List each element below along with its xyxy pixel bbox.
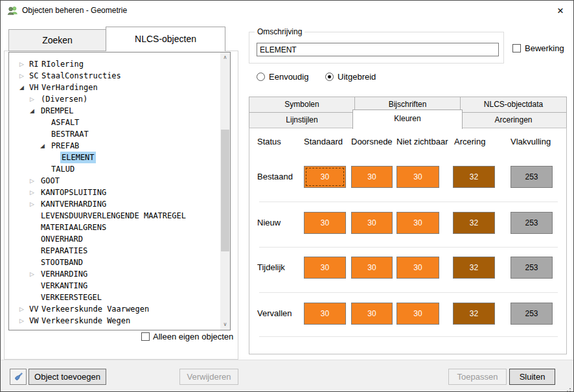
verwijderen-button[interactable]: Verwijderen xyxy=(179,369,238,385)
alleen-eigen-objecten-checkbox[interactable] xyxy=(141,332,150,341)
chevron-right-icon[interactable]: ▷ xyxy=(30,175,40,187)
color-row-bestaand: Bestaand 30 30 30 32 253 xyxy=(249,166,566,188)
tab-nlcs-objectdata[interactable]: NLCS-objectdata xyxy=(460,97,567,113)
chevron-right-icon[interactable]: ▷ xyxy=(19,303,29,315)
scroll-down-icon[interactable]: ∨ xyxy=(220,319,230,330)
color-button[interactable]: 32 xyxy=(453,166,495,188)
tab-lijnstijlen[interactable]: Lijnstijlen xyxy=(249,112,355,128)
tree-item[interactable]: ▷(Diversen) xyxy=(9,93,221,105)
chevron-right-icon[interactable]: ▷ xyxy=(30,198,40,210)
color-button[interactable]: 32 xyxy=(453,257,495,279)
tree-item[interactable]: VERKANTING xyxy=(9,280,221,292)
color-button[interactable]: 30 xyxy=(304,166,346,188)
color-button[interactable]: 253 xyxy=(511,212,553,234)
tree-item[interactable]: ◢VHVerHardingen xyxy=(9,82,221,93)
tree-item[interactable]: ONVERHARD xyxy=(9,233,221,245)
tree-item-selected[interactable]: ELEMENT xyxy=(9,152,221,163)
title-bar: Objecten beheren - Geometrie × xyxy=(1,1,573,21)
tree-item[interactable]: VERKEERSTEGEL xyxy=(9,292,221,303)
chevron-right-icon[interactable]: ▷ xyxy=(30,93,40,105)
toepassen-button[interactable]: Toepassen xyxy=(448,369,507,385)
uitgebreid-radio[interactable] xyxy=(325,73,334,81)
tree-item[interactable]: ◢PREFAB xyxy=(9,140,221,152)
tree-item[interactable]: ◢DREMPEL xyxy=(9,105,221,117)
column-header-standaard: Standaard xyxy=(304,137,343,146)
color-button[interactable]: 253 xyxy=(511,166,553,188)
sluiten-button[interactable]: Sluiten xyxy=(509,369,555,385)
color-button[interactable]: 30 xyxy=(304,212,346,234)
row-label: Vervallen xyxy=(257,303,292,325)
nlcs-object-tree: ▷RIRIolering ▷SCStaalConstructies ◢VHVer… xyxy=(8,52,231,330)
object-toevoegen-button[interactable]: Object toevoegen xyxy=(29,369,106,385)
color-button[interactable]: 30 xyxy=(396,212,439,234)
tab-arceringen[interactable]: Arceringen xyxy=(460,112,567,128)
column-header-arcering: Arcering xyxy=(454,137,485,146)
color-button[interactable]: 32 xyxy=(453,212,495,234)
chevron-expanded-icon[interactable]: ◢ xyxy=(19,82,29,93)
row-label: Nieuw xyxy=(257,212,281,234)
omschrijving-input[interactable] xyxy=(257,43,499,56)
mode-radios: Eenvoudig Uitgebreid xyxy=(257,72,390,83)
tab-kleuren[interactable]: Kleuren xyxy=(352,110,463,129)
color-button[interactable]: 30 xyxy=(351,257,393,279)
color-button[interactable]: 30 xyxy=(351,303,393,325)
chevron-right-icon[interactable]: ▷ xyxy=(30,268,40,280)
tree-item[interactable]: ▷RIRIolering xyxy=(9,58,221,70)
tree-item[interactable]: REPARATIES xyxy=(9,245,221,257)
row-separator xyxy=(259,202,558,202)
chevron-expanded-icon[interactable]: ◢ xyxy=(40,140,50,152)
chevron-right-icon[interactable]: ▷ xyxy=(19,315,29,327)
tab-symbolen[interactable]: Symbolen xyxy=(249,97,355,113)
color-row-tijdelijk: Tijdelijk 30 30 30 32 253 xyxy=(249,257,566,279)
footer-bar: Object toevoegen Verwijderen Toepassen S… xyxy=(1,360,573,392)
tree-item[interactable]: ▷VERHARDING xyxy=(9,268,221,280)
tree-item[interactable]: ▷VVVerkeerskunde Vaarwegen xyxy=(9,303,221,315)
chevron-right-icon[interactable]: ▷ xyxy=(19,58,29,70)
column-header-niet-zichtbaar: Niet zichtbaar xyxy=(396,137,448,146)
column-header-status: Status xyxy=(257,137,281,146)
tree-item[interactable]: ▷VWVerkeerskunde Wegen xyxy=(9,315,221,327)
tree-item[interactable]: ASFALT xyxy=(9,117,221,128)
tree-item[interactable]: MATERIAALGRENS xyxy=(9,222,221,233)
tree-item[interactable]: STOOTBAND xyxy=(9,257,221,268)
omschrijving-label: Omschrijving xyxy=(255,27,304,36)
color-button[interactable]: 30 xyxy=(304,257,346,279)
color-button[interactable]: 30 xyxy=(351,166,393,188)
tree-item[interactable]: LEVENSDUURVERLENGENDE MAATREGEL xyxy=(9,210,221,222)
color-button[interactable]: 253 xyxy=(511,303,553,325)
tree-item[interactable]: BESTRAAT xyxy=(9,128,221,140)
column-header-doorsnede: Doorsnede xyxy=(351,137,393,146)
kleuren-pane: Status Standaard Doorsnede Niet zichtbaa… xyxy=(249,128,567,354)
close-icon[interactable]: × xyxy=(551,3,569,19)
tree-item[interactable]: ▷SCStaalConstructies xyxy=(9,70,221,82)
scrollbar-thumb[interactable] xyxy=(221,130,229,251)
tree-item[interactable]: ▷GOOT xyxy=(9,175,221,187)
bewerking-option: Bewerking xyxy=(512,43,564,53)
uitgebreid-label: Uitgebreid xyxy=(338,72,376,82)
color-row-nieuw: Nieuw 30 30 30 32 253 xyxy=(249,212,566,234)
alleen-eigen-objecten-label: Alleen eigen objecten xyxy=(153,332,233,341)
chevron-expanded-icon[interactable]: ◢ xyxy=(30,105,40,117)
tab-nlcs-objecten[interactable]: NLCS-objecten xyxy=(106,27,225,51)
chevron-right-icon[interactable]: ▷ xyxy=(30,187,40,198)
bewerking-label: Bewerking xyxy=(525,43,564,53)
bewerking-checkbox[interactable] xyxy=(512,44,521,52)
resize-grip[interactable] xyxy=(569,388,571,389)
tree-scrollbar[interactable]: ∧ ∨ xyxy=(220,52,230,330)
eenvoudig-radio[interactable] xyxy=(257,73,265,81)
column-header-vlakvulling: Vlakvulling xyxy=(511,137,551,146)
pick-object-button[interactable] xyxy=(10,369,27,385)
color-button[interactable]: 30 xyxy=(396,166,439,188)
color-button[interactable]: 30 xyxy=(304,303,346,325)
chevron-right-icon[interactable]: ▷ xyxy=(19,70,29,82)
color-button[interactable]: 30 xyxy=(351,212,393,234)
tree-item[interactable]: ▷KANTOPSLUITING xyxy=(9,187,221,198)
color-button[interactable]: 253 xyxy=(511,257,553,279)
scroll-up-icon[interactable]: ∧ xyxy=(220,52,230,63)
tab-zoeken[interactable]: Zoeken xyxy=(8,29,106,51)
color-button[interactable]: 30 xyxy=(396,303,439,325)
tree-item[interactable]: ▷KANTVERHARDING xyxy=(9,198,221,210)
tree-item[interactable]: TALUD xyxy=(9,163,221,175)
color-button[interactable]: 30 xyxy=(396,257,439,279)
color-button[interactable]: 32 xyxy=(453,303,495,325)
